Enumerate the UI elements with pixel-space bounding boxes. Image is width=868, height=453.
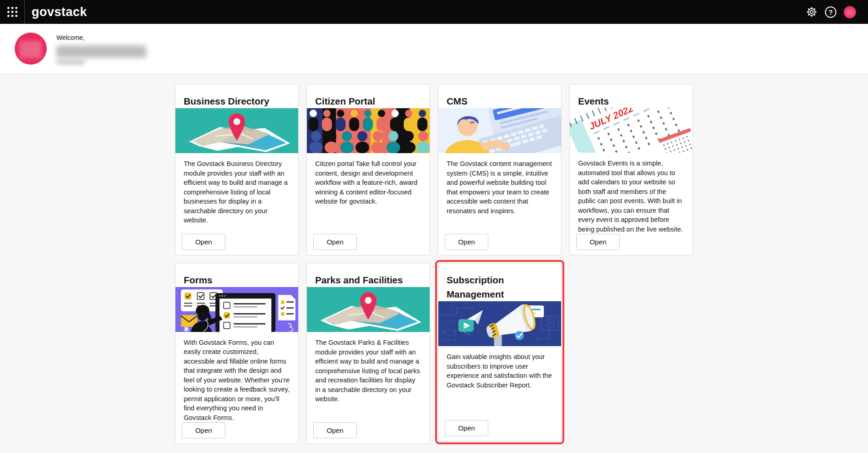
open-button[interactable]: Open [576,234,620,250]
greeting-label: Welcome, [56,34,146,41]
card-parks-and-facilities: Parks and Facilities The Govstack Parks … [306,263,430,444]
apps-grid-button[interactable] [0,0,24,24]
redacted-user-subtext [56,59,85,65]
open-button[interactable]: Open [182,234,225,250]
forms-desk-illustration [175,287,298,332]
gear-icon [806,6,817,17]
top-bar: govstack ? [0,0,868,24]
card-description: Gain valuable insights about your subscr… [438,346,561,390]
apps-grid-icon [6,6,18,18]
card-actions: Open [307,422,430,443]
card-description: With Govstack Forms, you can easily crea… [175,332,298,423]
avatar-blur [846,9,854,16]
card-subscription-management: Subscription Management [438,263,562,442]
card-actions: Open [175,422,298,443]
card-actions: Open [438,420,561,441]
megaphone-illustration [438,301,561,346]
card-actions: Open [175,234,298,255]
svg-text:?: ? [829,8,833,16]
card-forms: Forms With Govstack Forms, [175,263,299,444]
card-actions: Open [307,234,430,255]
card-description: Citizen portal Take full control your co… [307,153,430,206]
module-cards-grid: Business Directory The Govstack Business… [175,84,693,444]
user-avatar[interactable] [844,6,856,18]
card-description: The Govstack content management system (… [438,153,561,215]
topbar-actions: ? [805,6,868,18]
card-description: The Govstack Parks & Facilities module p… [307,332,430,404]
card-description: The Govstack Business Directory module p… [175,153,298,225]
card-actions: Open [570,234,693,255]
card-title: Business Directory [175,84,298,108]
profile-avatar [15,33,47,65]
redacted-user-name [56,45,146,58]
open-button[interactable]: Open [313,422,357,438]
map-pin-illustration [307,287,430,332]
settings-button[interactable] [805,6,818,18]
welcome-banner: Welcome, [0,24,868,74]
card-description: Govstack Events is a simple, automated t… [570,153,693,234]
card-title: Citizen Portal [307,84,430,108]
open-button[interactable]: Open [445,234,488,250]
card-title: Forms [175,263,298,287]
avatar-blur [20,41,42,58]
topbar-divider [24,0,25,24]
crowd-illustration [307,108,430,153]
card-title: Subscription Management [438,263,561,301]
card-actions: Open [438,234,561,255]
govstack-logo: govstack [32,5,87,19]
cms-desk-illustration [438,108,561,153]
card-title: Parks and Facilities [307,263,430,287]
open-button[interactable]: Open [445,420,488,436]
calendar-illustration: JULY 2022 [570,108,693,153]
help-button[interactable]: ? [824,6,837,18]
map-pin-illustration [175,108,298,153]
card-events: Events JULY 2022 [569,84,693,255]
card-title: CMS [438,84,561,108]
card-business-directory: Business Directory The Govstack Business… [175,84,299,255]
card-title: Events [570,84,693,108]
card-cms: CMS The Govstack content management syst… [438,84,562,255]
welcome-text: Welcome, [56,33,146,74]
open-button[interactable]: Open [182,422,225,438]
card-citizen-portal: Citizen Portal Citi [306,84,430,255]
help-icon: ? [824,6,837,18]
open-button[interactable]: Open [313,234,357,250]
